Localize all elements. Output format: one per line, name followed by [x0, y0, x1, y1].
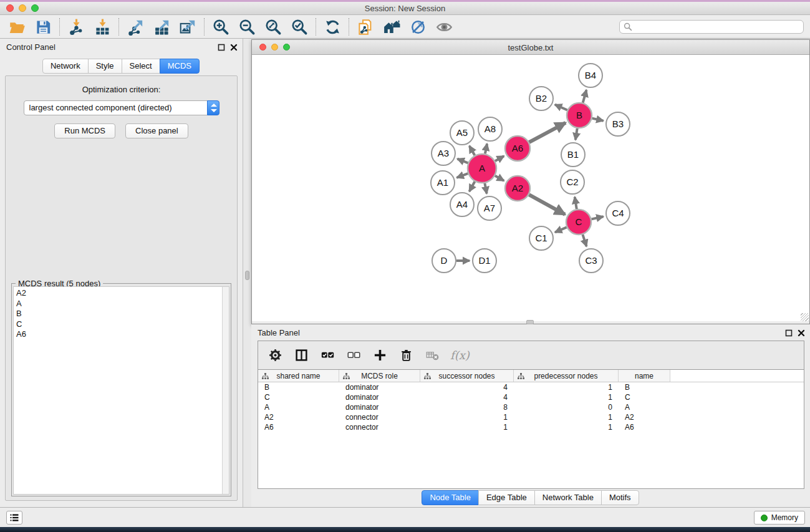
- memory-button[interactable]: Memory: [754, 511, 805, 525]
- node-A4[interactable]: A4: [450, 193, 474, 216]
- export-image-icon[interactable]: [177, 17, 198, 36]
- select-all-icon[interactable]: [319, 347, 335, 364]
- close-panel-button[interactable]: Close panel: [125, 123, 188, 138]
- import-table-icon[interactable]: [92, 17, 113, 36]
- edge-A2-C[interactable]: [529, 195, 565, 215]
- edge-C-C2[interactable]: [575, 197, 577, 210]
- edge-A6-B[interactable]: [529, 123, 566, 142]
- node-A5[interactable]: A5: [450, 121, 474, 145]
- network-window-titlebar[interactable]: testGlobe.txt: [252, 40, 809, 55]
- node-A7[interactable]: A7: [478, 196, 501, 220]
- node-A8[interactable]: A8: [478, 117, 502, 141]
- column-header-predecessor-nodes[interactable]: predecessor nodes: [514, 370, 619, 382]
- node-C3[interactable]: C3: [579, 249, 603, 273]
- edge-B-B4[interactable]: [583, 90, 587, 103]
- edge-C-C1[interactable]: [555, 227, 567, 232]
- edge-A-A1[interactable]: [457, 173, 468, 178]
- tab-edge-table[interactable]: Edge Table: [478, 490, 535, 505]
- refresh-icon[interactable]: [322, 17, 343, 36]
- table-row[interactable]: Bdominator41B: [258, 382, 804, 392]
- vertical-scroll-thumb[interactable]: [245, 271, 249, 280]
- search-input[interactable]: [619, 20, 804, 34]
- node-A[interactable]: A: [468, 154, 496, 183]
- network-canvas[interactable]: B4B2BB3A5A8A6A3AB1A1C2A2A4A7C4CC1DD1C3: [252, 55, 809, 322]
- delete-column-icon[interactable]: [398, 347, 414, 364]
- edge-B-B3[interactable]: [592, 118, 604, 121]
- run-mcds-button[interactable]: Run MCDS: [54, 123, 115, 138]
- node-C1[interactable]: C1: [529, 226, 553, 250]
- zoom-selected-icon[interactable]: [289, 17, 310, 36]
- node-B1[interactable]: B1: [561, 143, 585, 167]
- table-row[interactable]: A6connector11A6: [258, 422, 804, 432]
- panels-menu-button[interactable]: [6, 511, 22, 525]
- node-A2[interactable]: A2: [505, 176, 530, 201]
- tab-network[interactable]: Network: [42, 59, 89, 74]
- column-header-successor-nodes[interactable]: successor nodes: [420, 370, 514, 382]
- node-table[interactable]: shared nameMCDS rolesuccessor nodesprede…: [258, 369, 804, 489]
- tab-motifs[interactable]: Motifs: [601, 490, 639, 505]
- node-B3[interactable]: B3: [606, 112, 630, 136]
- column-layout-icon[interactable]: [293, 347, 309, 364]
- save-session-icon[interactable]: [32, 17, 54, 36]
- node-B2[interactable]: B2: [529, 87, 553, 110]
- zoom-in-icon[interactable]: [210, 17, 231, 36]
- mcds-result-item[interactable]: C: [16, 319, 229, 330]
- mcds-result-item[interactable]: A6: [16, 329, 229, 340]
- mcds-result-list[interactable]: A2ABCA6: [13, 286, 229, 495]
- eye-icon[interactable]: [433, 17, 455, 36]
- close-table-panel-icon[interactable]: [798, 328, 805, 339]
- column-header-shared-name[interactable]: shared name: [258, 370, 339, 382]
- mcds-result-item[interactable]: B: [16, 309, 229, 319]
- home-icon[interactable]: [381, 17, 402, 36]
- edge-B-B2[interactable]: [555, 105, 567, 110]
- edge-A-A7[interactable]: [485, 183, 486, 194]
- export-table-icon[interactable]: [151, 17, 172, 36]
- zoom-out-icon[interactable]: [236, 17, 258, 36]
- horizontal-scroll-thumb[interactable]: [526, 320, 534, 324]
- tab-mcds[interactable]: MCDS: [160, 59, 200, 74]
- column-header-MCDS-role[interactable]: MCDS role: [339, 370, 420, 382]
- edge-A-A3[interactable]: [457, 159, 468, 163]
- node-A3[interactable]: A3: [432, 142, 455, 165]
- export-network-icon[interactable]: [125, 17, 146, 36]
- tab-select[interactable]: Select: [122, 59, 160, 74]
- table-row[interactable]: A2connector11A2: [258, 412, 804, 422]
- float-table-panel-icon[interactable]: [785, 328, 793, 339]
- node-C2[interactable]: C2: [561, 170, 584, 194]
- table-row[interactable]: Cdominator41C: [258, 392, 804, 402]
- deselect-all-icon[interactable]: [345, 347, 362, 364]
- tab-network-table[interactable]: Network Table: [534, 490, 602, 505]
- edge-C-C3[interactable]: [582, 235, 586, 246]
- edge-A-A4[interactable]: [470, 181, 475, 191]
- network-from-selection-icon[interactable]: [355, 17, 376, 36]
- mcds-result-item[interactable]: A: [16, 299, 229, 309]
- node-A6[interactable]: A6: [505, 136, 530, 161]
- node-A1[interactable]: A1: [431, 171, 455, 195]
- edge-B-B1[interactable]: [576, 128, 577, 140]
- mcds-list-scrollbar[interactable]: [222, 287, 229, 494]
- column-header-name[interactable]: name: [619, 370, 670, 382]
- tab-node-table[interactable]: Node Table: [422, 490, 479, 505]
- zoom-fit-icon[interactable]: [263, 17, 284, 36]
- node-D1[interactable]: D1: [473, 249, 496, 273]
- settings-gear-icon[interactable]: [267, 347, 283, 364]
- add-column-icon[interactable]: [372, 347, 388, 364]
- node-C[interactable]: C: [566, 210, 591, 235]
- close-panel-icon[interactable]: [230, 42, 238, 54]
- node-D[interactable]: D: [432, 249, 456, 273]
- graphics-details-icon[interactable]: [407, 17, 428, 36]
- resize-grip[interactable]: [801, 313, 809, 321]
- node-B4[interactable]: B4: [579, 64, 602, 87]
- criterion-select[interactable]: largest connected component (directed): [24, 100, 219, 115]
- edge-C-C4[interactable]: [592, 216, 604, 219]
- import-network-icon[interactable]: [65, 17, 87, 36]
- node-B[interactable]: B: [567, 103, 592, 128]
- mcds-result-item[interactable]: A2: [16, 288, 229, 299]
- table-row[interactable]: Adominator80A: [258, 402, 804, 412]
- open-folder-icon[interactable]: [6, 17, 27, 36]
- edge-A-A8[interactable]: [485, 144, 487, 154]
- edge-A-A5[interactable]: [470, 146, 475, 155]
- edge-A-A2[interactable]: [495, 176, 504, 181]
- node-C4[interactable]: C4: [606, 201, 630, 225]
- tab-style[interactable]: Style: [88, 59, 122, 74]
